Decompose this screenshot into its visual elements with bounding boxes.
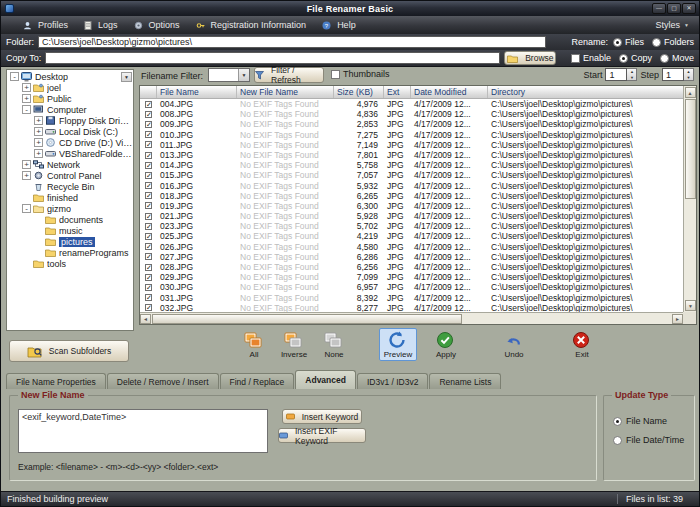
chevron-down-icon[interactable]: ▼ (238, 69, 249, 81)
table-row[interactable]: ✓014.JPGNo EXIF Tags Found5,758JPG4/17/2… (140, 160, 683, 170)
menu-item-help[interactable]: ?Help (314, 16, 364, 34)
start-stepper[interactable]: ▲▼ (627, 68, 637, 81)
row-checkbox[interactable]: ✓ (145, 304, 152, 311)
table-row[interactable]: ✓008.JPGNo EXIF Tags Found4,836JPG4/17/2… (140, 109, 683, 119)
row-checkbox[interactable]: ✓ (145, 182, 152, 189)
row-checkbox[interactable]: ✓ (145, 274, 152, 281)
menu-item-registration-information[interactable]: Registration Information (188, 16, 315, 34)
scroll-up-button[interactable]: ▲ (685, 87, 696, 98)
tree-item-gizmo[interactable]: -gizmo (7, 203, 133, 214)
step-input[interactable] (662, 68, 684, 81)
tree-expand-toggle[interactable]: + (34, 116, 43, 125)
tree-item-pictures[interactable]: pictures (7, 236, 133, 247)
tree-expand-toggle[interactable]: + (34, 127, 43, 136)
table-row[interactable]: ✓028.JPGNo EXIF Tags Found6,256JPG4/17/2… (140, 262, 683, 272)
down-arrow-icon[interactable]: ▼ (684, 75, 693, 81)
row-checkbox[interactable]: ✓ (145, 101, 152, 108)
tree-item-tools[interactable]: tools (7, 258, 133, 269)
row-checkbox[interactable]: ✓ (145, 172, 152, 179)
row-checkbox[interactable]: ✓ (145, 141, 152, 148)
insert-exif-keyword-button[interactable]: Insert EXIF Keyword (278, 428, 366, 443)
close-button[interactable]: ✕ (682, 3, 696, 14)
row-checkbox[interactable]: ✓ (145, 202, 152, 209)
table-row[interactable]: ✓030.JPGNo EXIF Tags Found6,957JPG4/17/2… (140, 282, 683, 292)
tab-delete-remove-insert[interactable]: Delete / Remove / Insert (107, 373, 219, 389)
table-row[interactable]: ✓018.JPGNo EXIF Tags Found6,265JPG4/17/2… (140, 191, 683, 201)
tree-expand-toggle[interactable]: + (34, 149, 43, 158)
tree-item-public[interactable]: +Public (7, 93, 133, 104)
tree-expand-toggle[interactable]: + (22, 83, 31, 92)
column-header-new-file-name[interactable]: New File Name (237, 86, 334, 98)
tree-expand-toggle[interactable]: - (22, 204, 31, 213)
table-row[interactable]: ✓013.JPGNo EXIF Tags Found7,801JPG4/17/2… (140, 150, 683, 160)
table-row[interactable]: ✓004.JPGNo EXIF Tags Found4,976JPG4/17/2… (140, 99, 683, 109)
step-stepper[interactable]: ▲▼ (684, 68, 694, 81)
tree-expand-toggle[interactable]: + (22, 160, 31, 169)
tab-file-name-properties[interactable]: File Name Properties (6, 373, 106, 389)
tree-expand-toggle[interactable]: + (22, 94, 31, 103)
chevron-down-icon[interactable]: ▼ (121, 72, 132, 82)
table-row[interactable]: ✓027.JPGNo EXIF Tags Found6,286JPG4/17/2… (140, 252, 683, 262)
tree-item-vbsharedfolder-vboxsvr[interactable]: +VBSharedFolder (\\vboxsvr) (... (7, 148, 133, 159)
row-checkbox[interactable]: ✓ (145, 284, 152, 291)
tree-item-floppy-disk-drive-a[interactable]: +Floppy Disk Drive (A:) (7, 115, 133, 126)
column-header-select[interactable] (140, 86, 157, 98)
row-checkbox[interactable]: ✓ (145, 192, 152, 199)
scroll-right-button[interactable]: ► (672, 314, 683, 324)
maximize-button[interactable]: ▢ (667, 3, 681, 14)
scroll-left-button[interactable]: ◄ (140, 314, 151, 324)
tree-expand-toggle[interactable]: - (22, 105, 31, 114)
menu-item-profiles[interactable]: Profiles (15, 16, 76, 34)
table-row[interactable]: ✓023.JPGNo EXIF Tags Found5,702JPG4/17/2… (140, 221, 683, 231)
action-button-preview[interactable]: Preview (379, 328, 417, 361)
table-row[interactable]: ✓029.JPGNo EXIF Tags Found7,099JPG4/17/2… (140, 272, 683, 282)
horizontal-scrollbar[interactable]: ◄ ► (140, 312, 683, 324)
tab-rename-lists[interactable]: Rename Lists (429, 373, 501, 389)
start-input[interactable] (605, 68, 627, 81)
table-row[interactable]: ✓016.JPGNo EXIF Tags Found5,932JPG4/17/2… (140, 181, 683, 191)
enable-checkbox[interactable] (571, 54, 580, 63)
table-row[interactable]: ✓019.JPGNo EXIF Tags Found6,300JPG4/17/2… (140, 201, 683, 211)
down-arrow-icon[interactable]: ▼ (627, 75, 636, 81)
file-datetime-radio[interactable] (613, 436, 622, 445)
tree-expand-toggle[interactable]: - (10, 72, 19, 81)
tree-item-joel[interactable]: +joel (7, 82, 133, 93)
scrollbar-thumb[interactable] (152, 314, 462, 324)
filter-refresh-button[interactable]: Filter / Refresh (254, 67, 324, 83)
tab-find-replace[interactable]: Find / Replace (220, 373, 295, 389)
column-header-date-modified[interactable]: Date Modified (411, 86, 488, 98)
tree-item-finished[interactable]: finished (7, 192, 133, 203)
tree-item-music[interactable]: music (7, 225, 133, 236)
table-row[interactable]: ✓009.JPGNo EXIF Tags Found2,853JPG4/17/2… (140, 119, 683, 129)
tree-item-computer[interactable]: -Computer (7, 104, 133, 115)
table-row[interactable]: ✓011.JPGNo EXIF Tags Found7,149JPG4/17/2… (140, 140, 683, 150)
copy-to-input[interactable] (45, 52, 500, 64)
column-header-size-kb[interactable]: Size (KB) (334, 86, 384, 98)
tab-id3v1-id3v2[interactable]: ID3v1 / ID3v2 (357, 373, 429, 389)
new-file-name-pattern-input[interactable]: <exif_keyword,DateTime> (18, 409, 268, 453)
rename-folders-radio[interactable] (652, 38, 661, 47)
browse-button[interactable]: Browse (504, 51, 556, 65)
tree-item-renameprograms[interactable]: renamePrograms (7, 247, 133, 258)
menu-item-styles[interactable]: Styles ▼ (646, 20, 699, 30)
action-button-undo[interactable]: Undo (495, 328, 533, 361)
row-checkbox[interactable]: ✓ (145, 111, 152, 118)
row-checkbox[interactable]: ✓ (145, 121, 152, 128)
row-checkbox[interactable]: ✓ (145, 162, 152, 169)
move-radio[interactable] (660, 54, 669, 63)
folder-path-input[interactable] (38, 36, 546, 48)
tree-expand-toggle[interactable]: + (22, 171, 31, 180)
rename-files-radio[interactable] (613, 38, 622, 47)
tree-item-desktop[interactable]: -Desktop▼ (7, 71, 133, 82)
table-row[interactable]: ✓015.JPGNo EXIF Tags Found7,057JPG4/17/2… (140, 170, 683, 180)
row-checkbox[interactable]: ✓ (145, 152, 152, 159)
tree-item-documents[interactable]: documents (7, 214, 133, 225)
row-checkbox[interactable]: ✓ (145, 213, 152, 220)
table-row[interactable]: ✓031.JPGNo EXIF Tags Found8,392JPG4/17/2… (140, 293, 683, 303)
tree-item-local-disk-c[interactable]: +Local Disk (C:) (7, 126, 133, 137)
action-button-apply[interactable]: Apply (427, 328, 465, 361)
action-button-inverse[interactable]: Inverse (275, 328, 313, 361)
file-name-radio[interactable] (613, 417, 622, 426)
tree-item-network[interactable]: +Network (7, 159, 133, 170)
vertical-scrollbar[interactable]: ▲ ▼ (683, 86, 696, 312)
